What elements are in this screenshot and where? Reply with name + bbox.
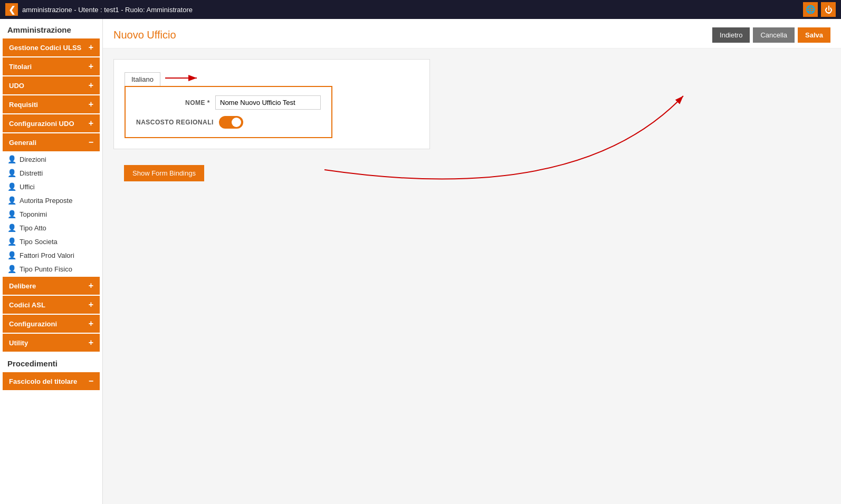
main-layout: Amministrazione Gestione Codici ULSS + T… — [0, 19, 841, 504]
salva-button[interactable]: Salva — [798, 27, 830, 43]
plus-icon: + — [89, 281, 93, 290]
globe-button[interactable]: 🌐 — [803, 2, 818, 17]
plus-icon: + — [89, 119, 93, 128]
plus-icon: + — [89, 338, 93, 347]
sidebar-item-fattori-prod-valori[interactable]: 👤 Fattori Prod Valori — [0, 248, 102, 262]
show-form-bindings-button[interactable]: Show Form Bindings — [124, 165, 204, 181]
form-inner: NOME * NASCOSTO REGIONALI — [125, 86, 332, 138]
form-section: Italiano NOME * — [103, 49, 841, 202]
plus-icon: + — [89, 100, 93, 109]
user-icon: 👤 — [7, 251, 16, 259]
sidebar-item-uffici[interactable]: 👤 Uffici — [0, 180, 102, 193]
sidebar-btn-gestione-codici-ulss[interactable]: Gestione Codici ULSS + — [3, 38, 100, 56]
plus-icon: + — [89, 81, 93, 90]
nascosto-label: NASCOSTO REGIONALI — [136, 119, 214, 126]
tab-italiano[interactable]: Italiano — [125, 72, 160, 86]
user-icon: 👤 — [7, 210, 16, 218]
sidebar-btn-titolari[interactable]: Titolari + — [3, 57, 100, 75]
sidebar-item-direzioni[interactable]: 👤 Direzioni — [0, 152, 102, 166]
sidebar-btn-utility[interactable]: Utility + — [3, 334, 100, 352]
nascosto-toggle[interactable] — [219, 116, 243, 129]
user-icon: 👤 — [7, 155, 16, 163]
sidebar-btn-codici-asl[interactable]: Codici ASL + — [3, 296, 100, 314]
user-icon: 👤 — [7, 237, 16, 246]
content-area: Nuovo Ufficio Indietro Cancella Salva It… — [103, 19, 841, 504]
sidebar-section-amministrazione: Amministrazione — [0, 19, 102, 37]
top-bar-right: 🌐 ⏻ — [803, 2, 836, 17]
form-outer-container: Italiano NOME * — [113, 59, 430, 149]
plus-icon: + — [89, 43, 93, 52]
sidebar-item-distretti[interactable]: 👤 Distretti — [0, 166, 102, 180]
sidebar-item-tipo-punto-fisico[interactable]: 👤 Tipo Punto Fisico — [0, 262, 102, 276]
sidebar-btn-delibere[interactable]: Delibere + — [3, 277, 100, 295]
user-icon: 👤 — [7, 265, 16, 273]
user-icon: 👤 — [7, 169, 16, 177]
back-arrow-btn[interactable]: ❮ — [5, 3, 18, 16]
user-icon: 👤 — [7, 224, 16, 232]
sidebar-btn-fascicolo[interactable]: Fascicolo del titolare − — [3, 372, 100, 390]
toggle-slider — [219, 116, 243, 129]
content-header: Nuovo Ufficio Indietro Cancella Salva — [103, 19, 841, 49]
header-buttons: Indietro Cancella Salva — [712, 27, 830, 43]
user-icon: 👤 — [7, 196, 16, 205]
top-bar: ❮ amministrazione - Utente : test1 - Ruo… — [0, 0, 841, 19]
nome-input[interactable] — [215, 95, 321, 110]
sidebar-item-tipo-societa[interactable]: 👤 Tipo Societa — [0, 235, 102, 248]
minus-icon: − — [89, 138, 93, 147]
sidebar-btn-configurazioni-udo[interactable]: Configurazioni UDO + — [3, 114, 100, 132]
sidebar-item-toponimi[interactable]: 👤 Toponimi — [0, 207, 102, 221]
plus-icon: + — [89, 300, 93, 309]
nome-label: NOME * — [136, 99, 210, 106]
sidebar-section-procedimenti: Procedimenti — [0, 353, 102, 371]
sidebar-btn-generali[interactable]: Generali − — [3, 133, 100, 151]
page-title: Nuovo Ufficio — [113, 29, 176, 41]
app-title: amministrazione - Utente : test1 - Ruolo… — [22, 6, 193, 14]
indietro-button[interactable]: Indietro — [712, 27, 750, 43]
cancella-button[interactable]: Cancella — [753, 27, 795, 43]
arrow-annotation — [163, 70, 205, 86]
sidebar-btn-udo[interactable]: UDO + — [3, 76, 100, 94]
top-bar-left: ❮ amministrazione - Utente : test1 - Ruo… — [5, 3, 193, 16]
show-bindings-container: Show Form Bindings — [113, 154, 830, 192]
sidebar-item-tipo-atto[interactable]: 👤 Tipo Atto — [0, 221, 102, 235]
sidebar-item-autorita-preposte[interactable]: 👤 Autorita Preposte — [0, 193, 102, 207]
sidebar-btn-requisiti[interactable]: Requisiti + — [3, 95, 100, 113]
user-icon: 👤 — [7, 182, 16, 191]
tab-row: Italiano — [125, 70, 419, 86]
form-row-nome: NOME * — [136, 95, 321, 110]
power-button[interactable]: ⏻ — [821, 2, 836, 17]
plus-icon: + — [89, 62, 93, 71]
sidebar: Amministrazione Gestione Codici ULSS + T… — [0, 19, 103, 504]
form-row-nascosto: NASCOSTO REGIONALI — [136, 116, 321, 129]
sidebar-btn-configurazioni[interactable]: Configurazioni + — [3, 315, 100, 333]
minus-icon: − — [89, 376, 93, 386]
plus-icon: + — [89, 319, 93, 328]
